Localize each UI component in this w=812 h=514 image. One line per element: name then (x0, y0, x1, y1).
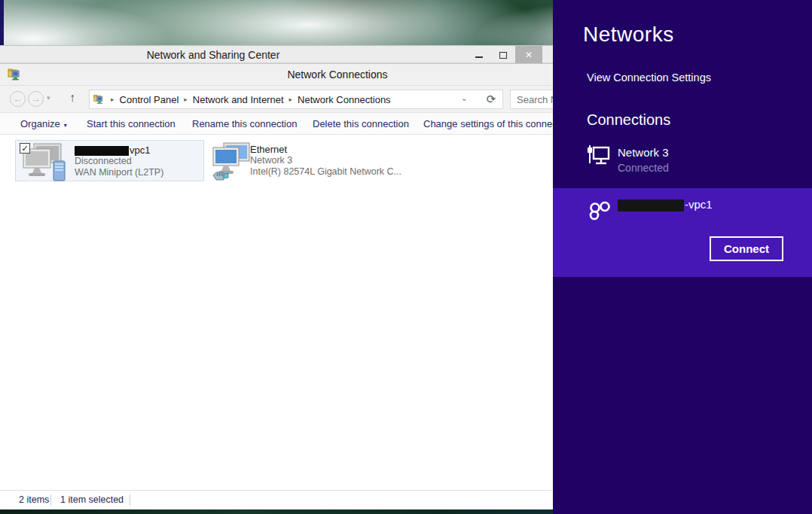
chevron-down-icon: ▾ (47, 94, 50, 102)
network-3-row[interactable]: Network 3 Connected (553, 141, 812, 178)
check-icon: ✓ (21, 144, 28, 153)
connections-section-title: Connections (587, 111, 670, 129)
selected-count: 1 item selected (60, 494, 124, 505)
connection-name: Ethernet (250, 144, 401, 155)
minimize-icon (475, 56, 483, 58)
organize-label: Organize (20, 118, 60, 129)
window-title: Network and Sharing Center (147, 49, 280, 61)
redacted-text (75, 146, 129, 156)
vpn-name: -vpc1 (618, 198, 713, 211)
connection-device: WAN Miniport (L2TP) (75, 167, 163, 178)
start-connection-button[interactable]: Start this connection (87, 118, 176, 129)
window-title: Network Connections (287, 68, 387, 81)
view-connection-settings-link[interactable]: View Connection Settings (587, 71, 711, 84)
refresh-icon: ⟳ (487, 93, 496, 105)
up-arrow-icon: ↑ (69, 91, 75, 104)
forward-icon: → (31, 93, 41, 105)
recent-pages-dropdown[interactable]: ▾ (47, 94, 50, 102)
crumb-separator-icon: ▸ (105, 96, 120, 103)
connection-name: vpc1 (75, 144, 163, 156)
connect-button[interactable]: Connect (710, 236, 783, 261)
address-dropdown[interactable]: ⌄ (461, 93, 468, 103)
address-network-icon (93, 94, 104, 105)
maximize-icon (499, 52, 507, 59)
ethernet-connection-icon (208, 140, 250, 181)
caret-down-icon: ▾ (64, 122, 67, 129)
back-button[interactable]: ← (10, 91, 26, 107)
crumb-separator-icon: ▸ (179, 96, 193, 103)
up-button[interactable]: ↑ (69, 91, 75, 105)
networks-charm-panel: Networks View Connection Settings Connec… (553, 0, 812, 514)
rename-connection-button[interactable]: Rename this connection (192, 118, 297, 129)
background-window-edge (0, 0, 4, 45)
connection-status: Network 3 (250, 155, 401, 166)
change-settings-button[interactable]: Change settings of this connection (423, 118, 573, 129)
desktop: Network and Sharing Center ✕ Network Con… (0, 0, 812, 514)
maximize-button[interactable] (493, 46, 514, 63)
connection-device: Intel(R) 82574L Gigabit Network C... (250, 166, 401, 178)
status-divider (130, 494, 130, 506)
wired-network-icon (586, 144, 610, 167)
breadcrumb-network-connections[interactable]: Network Connections (298, 94, 391, 105)
network-folder-icon (8, 68, 21, 81)
redacted-text (618, 199, 684, 211)
organize-menu[interactable]: Organize▾ (20, 118, 67, 129)
list-item-ethernet-connection[interactable]: Ethernet Network 3 Intel(R) 82574L Gigab… (208, 140, 402, 181)
connection-status: Disconnected (75, 156, 163, 167)
close-icon: ✕ (525, 50, 533, 60)
network-name: Network 3 (618, 146, 669, 159)
back-icon: ← (13, 93, 23, 105)
breadcrumb-network-and-internet[interactable]: Network and Internet (193, 94, 284, 105)
breadcrumb-control-panel[interactable]: Control Panel (120, 94, 179, 105)
vpn-icon (586, 199, 613, 224)
crumb-separator-icon: ▸ (284, 96, 298, 103)
item-count: 2 items (19, 494, 49, 505)
status-divider (50, 494, 51, 506)
network-status: Connected (618, 162, 669, 174)
close-button[interactable]: ✕ (515, 46, 542, 63)
delete-connection-button[interactable]: Delete this connection (313, 118, 409, 129)
vpn-connection-icon: ✓ (16, 141, 75, 181)
breadcrumb[interactable]: ▸ Control Panel ▸ Network and Internet ▸… (89, 90, 503, 109)
forward-button[interactable]: → (28, 91, 44, 107)
chevron-down-icon: ⌄ (461, 93, 468, 102)
refresh-button[interactable]: ⟳ (480, 90, 503, 109)
checkbox-checked[interactable]: ✓ (20, 143, 30, 154)
minimize-button[interactable] (469, 46, 490, 63)
list-item-vpn-connection[interactable]: ✓ vpc1 Disconnected WAN Miniport (L2TP) (15, 140, 204, 181)
panel-title: Networks (583, 23, 674, 47)
vpn-row-selected[interactable]: -vpc1 Connect (553, 188, 812, 277)
